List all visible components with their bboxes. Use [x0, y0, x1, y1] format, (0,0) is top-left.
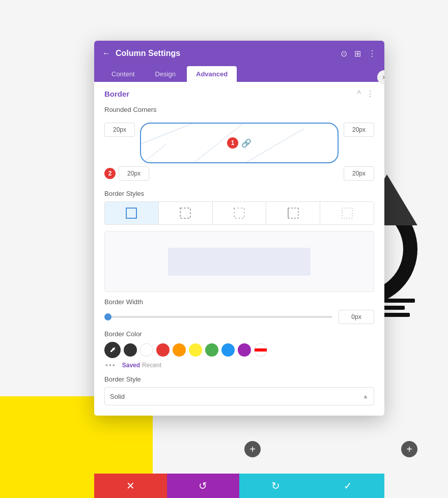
- color-swatch-yellow[interactable]: [189, 343, 202, 357]
- collapse-icon[interactable]: ^: [357, 90, 361, 99]
- saved-colors-link[interactable]: Saved: [122, 362, 140, 369]
- border-styles-label: Border Styles: [104, 190, 374, 197]
- color-swatch-blue[interactable]: [221, 343, 235, 357]
- cancel-button[interactable]: ✕: [94, 474, 167, 498]
- color-swatch-purple[interactable]: [238, 343, 251, 357]
- modal-header: ← Column Settings ⊙ ⊞ ⋮: [94, 41, 384, 66]
- border-preview-inner: [168, 248, 311, 276]
- border-width-label: Border Width: [104, 298, 374, 306]
- border-dashed-4-icon: [341, 207, 353, 219]
- border-style-solid-full[interactable]: [105, 202, 159, 224]
- svg-line-1: [192, 124, 243, 162]
- svg-line-2: [243, 129, 304, 162]
- back-button[interactable]: ←: [102, 49, 110, 58]
- svg-rect-5: [180, 208, 190, 218]
- undo-button[interactable]: ↺: [167, 474, 240, 498]
- redo-button[interactable]: ↻: [239, 474, 312, 498]
- tab-advanced[interactable]: Advanced: [187, 66, 237, 82]
- header-icons: ⊙ ⊞ ⋮: [341, 49, 376, 58]
- color-swatch-red[interactable]: [156, 343, 170, 357]
- border-style-options: [104, 201, 374, 225]
- corner-diagonal-svg: [141, 124, 338, 162]
- svg-rect-4: [126, 208, 136, 218]
- color-swatch-green[interactable]: [205, 343, 218, 357]
- border-dashed-2-icon: [233, 207, 245, 219]
- saved-recent-row: ••• Saved Recent: [104, 361, 374, 369]
- svg-line-3: [141, 144, 166, 162]
- corner-top-row: 1 🔗: [104, 123, 374, 163]
- border-section-header: Border ^ ⋮: [104, 82, 374, 104]
- modal-title: Column Settings: [116, 49, 180, 58]
- corner-bottom-right-input[interactable]: [344, 166, 374, 181]
- color-swatch-transparent[interactable]: [251, 341, 270, 360]
- corner-bottom-row: 2: [104, 166, 374, 181]
- svg-rect-11: [342, 208, 352, 218]
- border-style-dashed-1[interactable]: [159, 202, 213, 224]
- border-color-label: Border Color: [104, 330, 374, 338]
- more-icon[interactable]: ⋮: [368, 49, 376, 58]
- more-swatches-dots[interactable]: •••: [105, 361, 116, 369]
- tab-content[interactable]: Content: [102, 66, 144, 82]
- border-style-dashed-3[interactable]: [266, 202, 320, 224]
- color-swatch-black[interactable]: [124, 343, 137, 357]
- border-style-dashed-4[interactable]: [320, 202, 374, 224]
- border-dashed-1-icon: [179, 207, 191, 219]
- confirm-button[interactable]: ✓: [312, 474, 385, 498]
- border-section-title: Border: [104, 90, 129, 98]
- color-swatches: [104, 342, 374, 358]
- corner-preview-box: 1 🔗: [140, 123, 339, 163]
- border-dashed-3-icon: [287, 207, 299, 219]
- column-settings-modal: ← Column Settings ⊙ ⊞ ⋮ Content Design A…: [94, 41, 384, 416]
- modal-body: Border ^ ⋮ Rounded Corners: [94, 82, 384, 416]
- border-preview-box: [104, 231, 374, 292]
- border-solid-icon: [125, 207, 137, 219]
- border-width-slider-row: [104, 310, 374, 324]
- bottom-toolbar: ✕ ↺ ↻ ✓: [94, 474, 384, 498]
- corner-top-left-input[interactable]: [104, 123, 135, 137]
- svg-rect-6: [234, 208, 244, 218]
- eyedropper-icon: [109, 346, 116, 354]
- border-width-slider[interactable]: [104, 316, 332, 318]
- header-left: ← Column Settings: [102, 49, 180, 58]
- add-section-button-2[interactable]: +: [401, 441, 417, 457]
- color-swatch-orange[interactable]: [173, 343, 186, 357]
- color-swatch-white[interactable]: [140, 343, 153, 357]
- section-more-icon[interactable]: ⋮: [366, 89, 374, 99]
- recent-colors-link[interactable]: Recent: [142, 362, 161, 369]
- border-width-input[interactable]: [339, 310, 374, 324]
- border-style-dropdown-label: Border Style: [104, 375, 374, 383]
- corner-bottom-left: 2: [104, 166, 149, 181]
- corner-bottom-left-input[interactable]: [119, 166, 149, 181]
- layout-icon[interactable]: ⊞: [354, 49, 361, 58]
- add-section-button-1[interactable]: +: [244, 441, 261, 457]
- rounded-corners-label: Rounded Corners: [104, 106, 374, 113]
- target-icon[interactable]: ⊙: [341, 49, 347, 58]
- modal-tabs: Content Design Advanced: [94, 66, 384, 82]
- border-style-dropdown-value: Solid: [110, 393, 125, 400]
- corner-top-right-input[interactable]: [344, 123, 374, 137]
- rounded-corners-area: 1 🔗 2: [104, 118, 374, 186]
- color-picker-button[interactable]: [104, 342, 121, 358]
- border-color-section: ••• Saved Recent: [104, 342, 374, 369]
- border-style-dropdown[interactable]: Solid ▲: [104, 387, 374, 405]
- svg-line-0: [141, 124, 192, 144]
- tab-design[interactable]: Design: [146, 66, 185, 82]
- badge-2: 2: [104, 168, 116, 179]
- dropdown-arrow-icon: ▲: [362, 393, 369, 400]
- border-section-icons: ^ ⋮: [357, 89, 374, 99]
- border-style-dashed-2[interactable]: [213, 202, 267, 224]
